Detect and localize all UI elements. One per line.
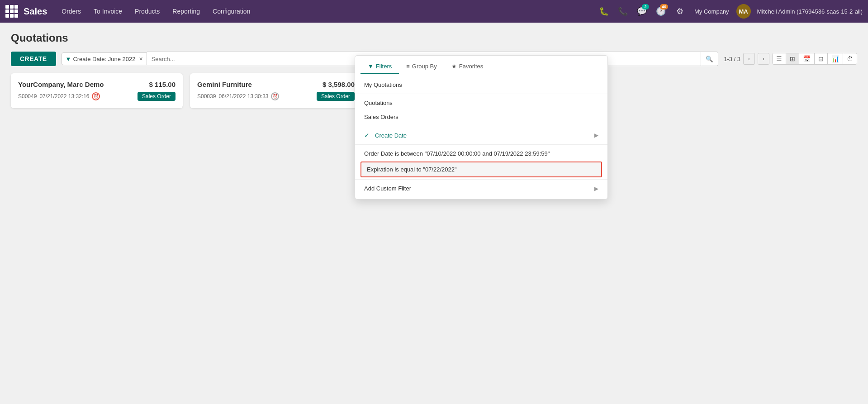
favorites-tab-icon: ★ (451, 63, 457, 70)
card-meta: S00049 07/21/2022 13:32:16 ⏰ (18, 92, 100, 100)
calendar-view-button[interactable]: 📅 (799, 53, 815, 64)
group-by-tab-label: Group By (412, 63, 437, 70)
divider (355, 126, 607, 126)
activity-view-button[interactable]: ⏱ (843, 53, 857, 64)
page-content: Quotations CREATE ▼ Create Date: June 20… (0, 23, 868, 404)
nav-products[interactable]: Products (129, 5, 165, 18)
view-controls: 1-3 / 3 ‹ › ☰ ⊞ 📅 ⊟ 📊 ⏱ (724, 53, 857, 65)
next-page-button[interactable]: › (758, 53, 769, 65)
favorites-tab-label: Favorites (459, 63, 483, 70)
list-view-button[interactable]: ☰ (773, 53, 786, 64)
filter-item-order-date[interactable]: Order Date is between "07/10/2022 00:00:… (355, 147, 607, 161)
view-mode-buttons: ☰ ⊞ 📅 ⊟ 📊 ⏱ (772, 53, 857, 65)
dropdown-content: My Quotations Quotations Sales Orders ✓ … (355, 74, 607, 199)
card-customer-name: YourCompany, Marc Demo (18, 81, 104, 88)
divider (355, 144, 607, 145)
card-amount: $ 115.00 (149, 81, 175, 88)
nav-icons: 🐛 📞 💬2 🕐40 ⚙ My Company MA Mitchell Admi… (597, 4, 863, 19)
nav-orders[interactable]: Orders (56, 5, 86, 18)
dropdown-tabs: ▼ Filters ≡ Group By ★ Favorites (355, 56, 607, 74)
filter-dropdown-panel: ▼ Filters ≡ Group By ★ Favorites My Quot… (355, 55, 608, 200)
chat-icon[interactable]: 💬2 (635, 4, 649, 19)
card-status-badge: Sales Order (317, 92, 355, 101)
filter-tag-text: Create Date: June 2022 (73, 56, 135, 62)
kanban-card[interactable]: YourCompany, Marc Demo $ 115.00 S00049 0… (11, 73, 183, 108)
brand-name[interactable]: Sales (24, 6, 47, 17)
red-clock-icon: ⏰ (92, 92, 100, 100)
user-avatar[interactable]: MA (736, 4, 751, 19)
card-header: Gemini Furniture $ 3,598.00 (197, 81, 355, 88)
clock-icon[interactable]: 🕐40 (654, 4, 668, 19)
topnav: Sales Orders To Invoice Products Reporti… (0, 0, 868, 23)
pagination-info: 1-3 / 3 (724, 56, 740, 62)
filters-tab-label: Filters (376, 63, 392, 70)
prev-page-button[interactable]: ‹ (743, 53, 755, 65)
tab-group-by[interactable]: ≡ Group By (399, 59, 444, 74)
arrow-icon: ▶ (594, 132, 598, 138)
arrow-icon: ▶ (594, 185, 598, 192)
bug-icon[interactable]: 🐛 (597, 4, 611, 19)
kanban-view-button[interactable]: ⊞ (786, 53, 799, 64)
search-button[interactable]: 🔍 (701, 52, 718, 66)
kanban-card[interactable]: Gemini Furniture $ 3,598.00 S00039 06/21… (190, 73, 362, 108)
filter-tag: ▼ Create Date: June 2022 × (62, 52, 147, 65)
tab-filters[interactable]: ▼ Filters (360, 59, 399, 74)
page-title: Quotations (11, 32, 857, 44)
filter-item-sales-orders[interactable]: Sales Orders (355, 110, 607, 124)
tab-favorites[interactable]: ★ Favorites (444, 59, 490, 74)
divider (355, 94, 607, 94)
filter-item-label: Order Date is between "07/10/2022 00:00:… (364, 150, 550, 157)
card-date: 06/21/2022 13:30:33 (218, 93, 268, 100)
create-button[interactable]: CREATE (11, 52, 56, 66)
card-order-id: S00049 (18, 93, 37, 100)
card-date: 07/21/2022 13:32:16 (39, 93, 89, 100)
filter-tag-close[interactable]: × (139, 55, 142, 62)
company-name: My Company (694, 8, 729, 15)
card-status-badge: Sales Order (138, 92, 175, 101)
filter-icon: ▼ (66, 56, 71, 62)
card-customer-name: Gemini Furniture (197, 81, 252, 88)
filter-item-label: Quotations (364, 100, 393, 106)
group-by-tab-icon: ≡ (406, 63, 410, 70)
filter-item-expiration[interactable]: Expiration is equal to "07/22/2022" (360, 162, 602, 177)
check-icon: ✓ (364, 132, 370, 139)
table-view-button[interactable]: ⊟ (815, 53, 828, 64)
divider (355, 179, 607, 180)
filter-item-label: Sales Orders (364, 114, 398, 120)
phone-icon[interactable]: 📞 (616, 4, 630, 19)
app-grid-icon[interactable] (5, 5, 18, 18)
card-footer: S00049 07/21/2022 13:32:16 ⏰ Sales Order (18, 92, 175, 101)
filter-item-label: Expiration is equal to "07/22/2022" (367, 166, 457, 173)
nav-to-invoice[interactable]: To Invoice (88, 5, 128, 18)
filters-tab-icon: ▼ (368, 63, 374, 70)
card-meta: S00039 06/21/2022 13:30:33 ⏰ (197, 92, 279, 100)
card-header: YourCompany, Marc Demo $ 115.00 (18, 81, 175, 88)
nav-configuration[interactable]: Configuration (207, 5, 256, 18)
settings-icon[interactable]: ⚙ (673, 4, 687, 19)
filter-item-add-custom[interactable]: Add Custom Filter ▶ (355, 181, 607, 195)
chart-view-button[interactable]: 📊 (828, 53, 843, 64)
card-footer: S00039 06/21/2022 13:30:33 ⏰ Sales Order (197, 92, 355, 101)
clock-badge: 40 (660, 4, 668, 10)
card-amount: $ 3,598.00 (323, 81, 355, 88)
filter-item-my-quotations[interactable]: My Quotations (355, 78, 607, 92)
filter-item-label: Create Date (375, 132, 407, 139)
card-order-id: S00039 (197, 93, 216, 100)
nav-reporting[interactable]: Reporting (167, 5, 205, 18)
filter-item-quotations[interactable]: Quotations (355, 96, 607, 110)
filter-item-create-date[interactable]: ✓ Create Date ▶ (355, 128, 607, 143)
chat-badge: 2 (642, 4, 649, 10)
user-name: Mitchell Admin (17694536-saas-15-2-all) (757, 8, 863, 15)
filter-item-label: Add Custom Filter (364, 185, 411, 192)
gray-clock-icon: ⏰ (271, 92, 279, 100)
filter-item-label: My Quotations (364, 81, 402, 88)
